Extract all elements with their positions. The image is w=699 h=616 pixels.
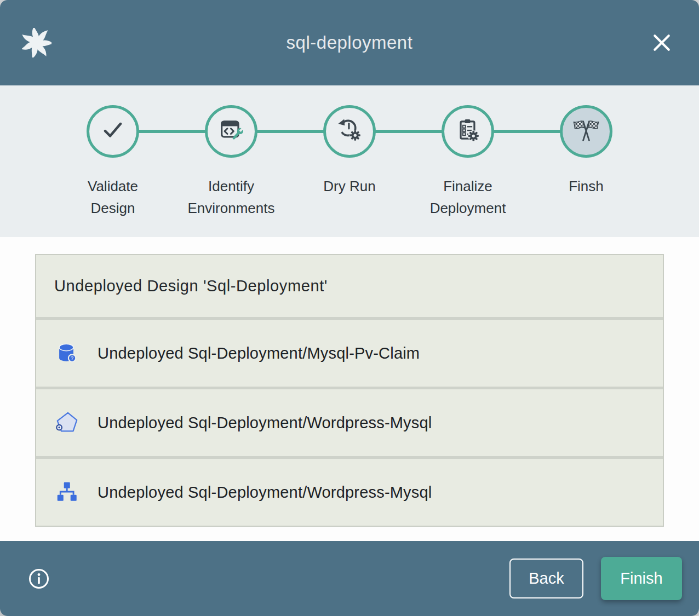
step-finish: Finsh	[527, 105, 645, 219]
step-finalize-deployment: Finalize Deployment	[409, 105, 527, 219]
step-identify-environments: Identify Environments	[172, 105, 290, 219]
step-finish-circle[interactable]	[560, 105, 612, 158]
step-validate-design: Validate Design	[54, 105, 172, 219]
step-label: Dry Run	[323, 175, 375, 197]
workload-tree-icon	[54, 480, 79, 505]
code-window-wrench-icon	[217, 116, 245, 147]
row-text: Undeployed Sql-Deployment/Mysql-Pv-Claim	[98, 344, 420, 362]
step-dry-run: Dry Run	[290, 105, 409, 219]
info-icon	[26, 585, 51, 593]
info-button[interactable]	[26, 566, 51, 591]
step-dry-run-circle[interactable]	[323, 105, 376, 158]
list-row-wordpress-mysql-service: Undeployed Sql-Deployment/Wordpress-Mysq…	[36, 389, 663, 456]
row-text: Undeployed Sql-Deployment/Wordpress-Mysq…	[98, 483, 432, 502]
clipboard-checklist-gear-icon	[454, 116, 482, 147]
wizard-stepper: Validate Design	[0, 85, 699, 237]
list-row-wordpress-mysql-workload: Undeployed Sql-Deployment/Wordpress-Mysq…	[36, 459, 663, 526]
back-button[interactable]: Back	[509, 559, 583, 598]
pentagon-component-icon	[54, 410, 79, 435]
svg-text:?: ?	[71, 355, 73, 361]
step-identify-environments-circle[interactable]	[205, 105, 257, 158]
step-label: Identify Environments	[188, 175, 275, 219]
deployment-wizard-dialog: sql-deployment Validate Design	[0, 0, 699, 616]
list-row-design-status: Undeployed Design 'Sql-Deployment'	[36, 255, 663, 317]
dialog-title: sql-deployment	[0, 32, 699, 53]
history-arrow-gear-icon	[335, 116, 364, 147]
close-button[interactable]	[650, 31, 674, 55]
step-validate-design-circle[interactable]	[87, 105, 139, 158]
dialog-footer: Back Finish	[0, 541, 699, 616]
list-row-mysql-pv-claim: ? Undeployed Sql-Deployment/Mysql-Pv-Cla…	[36, 320, 663, 387]
row-text: Undeployed Sql-Deployment/Wordpress-Mysq…	[98, 414, 432, 432]
checkered-flags-icon	[572, 116, 600, 147]
database-question-icon: ?	[54, 341, 79, 366]
finish-button[interactable]: Finish	[601, 557, 682, 600]
step-finalize-deployment-circle[interactable]	[442, 105, 494, 158]
row-text: Undeployed Design 'Sql-Deployment'	[54, 277, 328, 295]
dialog-header: sql-deployment	[0, 0, 699, 85]
step-label: Finsh	[569, 175, 604, 197]
step-label: Finalize Deployment	[430, 175, 506, 219]
checkmark-icon	[99, 116, 127, 147]
deployment-results-list: Undeployed Design 'Sql-Deployment' ? Und…	[35, 254, 664, 527]
step-label: Validate Design	[88, 175, 138, 219]
close-icon	[650, 48, 674, 56]
results-panel: Undeployed Design 'Sql-Deployment' ? Und…	[0, 237, 699, 541]
